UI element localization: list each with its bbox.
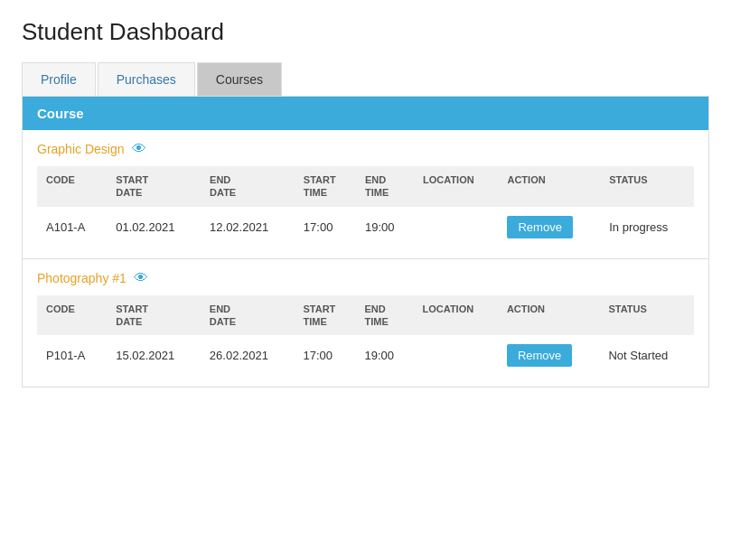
col-header-2: ENDDATE [201, 166, 295, 207]
tab-profile[interactable]: Profile [22, 62, 96, 96]
eye-icon[interactable]: 👁 [132, 141, 146, 157]
col-header-2: ENDDATE [201, 295, 295, 336]
start-time-cell: 17:00 [295, 207, 356, 247]
end-date-cell: 26.02.2021 [201, 335, 295, 376]
end-time-cell: 19:00 [356, 335, 414, 376]
location-cell [414, 207, 498, 247]
course-section-1: Photography #1👁CODESTARTDATEENDDATESTART… [23, 259, 708, 377]
location-cell [414, 335, 498, 376]
col-header-3: STARTTIME [295, 166, 356, 207]
code-cell: A101-A [37, 207, 107, 247]
course-section-0: Graphic Design👁CODESTARTDATEENDDATESTART… [23, 130, 708, 259]
course-table-0: CODESTARTDATEENDDATESTARTTIMEENDTIMELOCA… [37, 166, 694, 247]
code-cell: P101-A [37, 335, 107, 376]
start-time-cell: 17:00 [294, 335, 355, 376]
col-header-1: STARTDATE [107, 295, 201, 336]
col-header-7: STATUS [600, 166, 694, 207]
col-header-4: ENDTIME [356, 166, 414, 207]
col-header-6: ACTION [498, 166, 600, 207]
tab-purchases[interactable]: Purchases [98, 62, 195, 96]
col-header-0: CODE [37, 295, 107, 336]
action-cell: Remove [498, 335, 600, 376]
col-header-5: LOCATION [414, 295, 498, 336]
col-header-6: ACTION [498, 295, 600, 336]
col-header-1: STARTDATE [107, 166, 201, 207]
courses-container: Graphic Design👁CODESTARTDATEENDDATESTART… [23, 130, 708, 376]
table-row: P101-A15.02.202126.02.202117:0019:00Remo… [37, 335, 694, 376]
remove-button[interactable]: Remove [507, 344, 572, 367]
col-header-5: LOCATION [414, 166, 498, 207]
tab-courses[interactable]: Courses [197, 62, 282, 96]
page-container: Student Dashboard Profile Purchases Cour… [0, 0, 731, 406]
status-badge: Not Started [599, 335, 694, 376]
course-name-row-0: Graphic Design👁 [37, 141, 694, 157]
start-date-cell: 01.02.2021 [107, 207, 201, 247]
course-name-1: Photography #1 [37, 271, 127, 285]
action-cell: Remove [498, 207, 600, 247]
status-badge: In progress [600, 207, 694, 247]
content-area: Course Graphic Design👁CODESTARTDATEENDDA… [22, 96, 709, 387]
course-table-1: CODESTARTDATEENDDATESTARTTIMEENDTIMELOCA… [37, 295, 694, 377]
col-header-0: CODE [37, 166, 107, 207]
col-header-7: STATUS [599, 295, 694, 336]
col-header-4: ENDTIME [356, 295, 414, 336]
table-row: A101-A01.02.202112.02.202117:0019:00Remo… [37, 207, 694, 247]
tabs: Profile Purchases Courses [22, 62, 709, 96]
col-header-3: STARTTIME [294, 295, 355, 336]
course-name-0: Graphic Design [37, 142, 125, 156]
remove-button[interactable]: Remove [507, 216, 572, 238]
start-date-cell: 15.02.2021 [107, 335, 201, 376]
page-title: Student Dashboard [22, 18, 709, 46]
course-name-row-1: Photography #1👁 [37, 270, 694, 286]
course-section-header: Course [23, 97, 708, 130]
eye-icon[interactable]: 👁 [134, 270, 148, 286]
end-date-cell: 12.02.2021 [201, 207, 295, 247]
end-time-cell: 19:00 [356, 207, 414, 247]
